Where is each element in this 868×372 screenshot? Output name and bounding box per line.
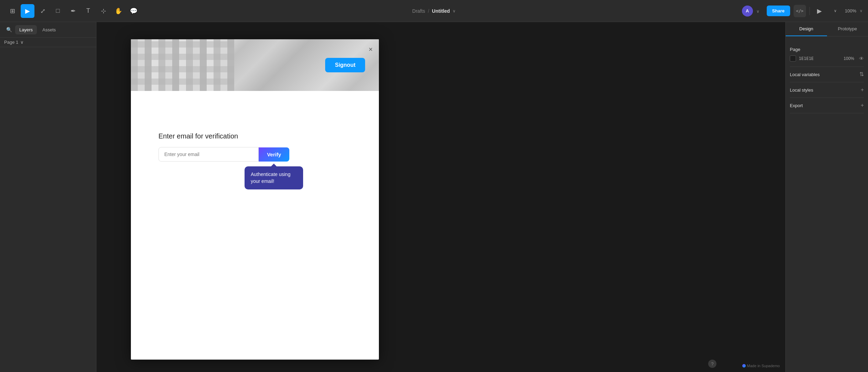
avatar-chevron-icon: ∨ xyxy=(756,9,760,14)
page-section-header: Page xyxy=(790,47,864,52)
zoom-level[interactable]: 100% xyxy=(845,8,856,13)
title-chevron-icon[interactable]: ∨ xyxy=(453,9,456,13)
design-tab[interactable]: Design xyxy=(786,22,827,36)
scale-tool-button[interactable]: ⤢ xyxy=(36,4,50,18)
tooltip-text: Authenticate using your email! xyxy=(251,172,290,184)
export-section: Export + xyxy=(790,98,864,113)
toolbar: ⊞ ▶ ⤢ □ ✒ T ⊹ ✋ 💬 Drafts / Untitled xyxy=(0,0,868,22)
code-icon: </> xyxy=(796,9,804,13)
toolbar-left: ⊞ ▶ ⤢ □ ✒ T ⊹ ✋ 💬 xyxy=(6,4,141,18)
layers-tab[interactable]: Layers xyxy=(15,25,37,34)
play-chevron-icon: ∨ xyxy=(834,9,837,13)
right-panel-content: Page 1E1E1E 100% 👁 Local variables ⇅ xyxy=(786,37,868,119)
signout-button[interactable]: Signout xyxy=(325,58,365,72)
play-chevron-button[interactable]: ∨ xyxy=(829,5,841,17)
local-styles-section: Local styles + xyxy=(790,82,864,98)
select-tool-button[interactable]: ▶ xyxy=(21,4,34,18)
local-variables-label: Local variables xyxy=(790,72,820,77)
select-icon: ▶ xyxy=(25,7,30,15)
avatar[interactable]: A xyxy=(742,6,753,17)
breadcrumb-separator: / xyxy=(428,8,429,14)
prototype-tab[interactable]: Prototype xyxy=(827,22,868,36)
assets-tab[interactable]: Assets xyxy=(38,25,60,34)
left-panel: 🔍 Layers Assets Page 1 ∨ xyxy=(0,22,96,372)
page-section: Page 1E1E1E 100% 👁 xyxy=(790,42,864,67)
hand-tool-button[interactable]: ✋ xyxy=(112,4,125,18)
page-opacity: 100% xyxy=(844,56,854,61)
email-input[interactable] xyxy=(158,147,259,162)
export-add-button[interactable]: + xyxy=(861,103,864,108)
local-variables-section: Local variables ⇅ xyxy=(790,67,864,82)
breadcrumb-text: Drafts / Untitled ∨ xyxy=(412,8,456,14)
header-image xyxy=(131,39,234,91)
export-label: Export xyxy=(790,103,803,108)
breadcrumb-drafts[interactable]: Drafts xyxy=(412,8,425,14)
text-icon: T xyxy=(86,7,90,14)
design-frame: Signout × Enter email for verification V… xyxy=(131,39,379,360)
right-panel: Design Prototype Page 1E1E1E 100% 👁 Loc xyxy=(785,22,868,372)
page-selector[interactable]: Page 1 ∨ xyxy=(0,38,96,47)
local-variables-action-button[interactable]: ⇅ xyxy=(859,72,864,77)
verification-section: Enter email for verification Verify Auth… xyxy=(131,91,379,175)
local-styles-add-button[interactable]: + xyxy=(861,87,864,93)
page-chevron-icon: ∨ xyxy=(20,40,24,45)
visibility-icon[interactable]: 👁 xyxy=(859,56,864,61)
frame-header: Signout × xyxy=(131,39,379,91)
watermark: Made in Supademo xyxy=(742,364,780,368)
search-icon[interactable]: 🔍 xyxy=(4,25,14,34)
local-styles-header: Local styles + xyxy=(790,87,864,93)
page-color-swatch[interactable] xyxy=(790,55,796,62)
pen-tool-button[interactable]: ✒ xyxy=(66,4,80,18)
logo-icon: ⊞ xyxy=(10,7,15,15)
email-verification-row: Verify Authenticate using your email! xyxy=(158,147,289,162)
divider xyxy=(809,7,810,15)
hand-icon: ✋ xyxy=(115,7,122,15)
share-button[interactable]: Share xyxy=(767,6,790,16)
watermark-text: Made in Supademo xyxy=(747,364,780,368)
component-tool-button[interactable]: ⊹ xyxy=(96,4,110,18)
watermark-logo xyxy=(742,364,746,368)
play-icon: ▶ xyxy=(817,7,822,15)
tooltip-bubble: Authenticate using your email! xyxy=(245,166,303,189)
page-color-value: 1E1E1E xyxy=(799,56,814,61)
export-header: Export + xyxy=(790,103,864,108)
text-tool-button[interactable]: T xyxy=(81,4,95,18)
layers-content xyxy=(0,47,96,372)
page-color-row: 1E1E1E 100% 👁 xyxy=(790,55,864,62)
scale-icon: ⤢ xyxy=(40,7,45,15)
local-styles-label: Local styles xyxy=(790,87,813,93)
left-panel-tabs: 🔍 Layers Assets xyxy=(0,22,96,38)
logo-button[interactable]: ⊞ xyxy=(6,4,19,18)
canvas-area: Signout × Enter email for verification V… xyxy=(96,22,785,372)
page-label: Page 1 xyxy=(4,40,18,45)
help-button[interactable]: ? xyxy=(708,360,716,368)
close-button[interactable]: × xyxy=(369,45,373,53)
shape-icon: □ xyxy=(56,7,60,14)
document-title[interactable]: Untitled xyxy=(432,8,450,14)
avatar-chevron: ∨ xyxy=(756,8,763,14)
shape-tool-button[interactable]: □ xyxy=(51,4,65,18)
zoom-chevron-icon: ∨ xyxy=(860,9,862,13)
component-icon: ⊹ xyxy=(101,7,106,15)
toolbar-right: A ∨ Share </> ▶ ∨ 100% ∨ xyxy=(742,5,862,17)
code-button[interactable]: </> xyxy=(794,5,806,17)
verification-title: Enter email for verification xyxy=(158,132,238,140)
verify-button[interactable]: Verify xyxy=(259,147,289,162)
right-panel-tabs: Design Prototype xyxy=(786,22,868,37)
comment-icon: 💬 xyxy=(130,7,137,15)
comment-tool-button[interactable]: 💬 xyxy=(127,4,141,18)
pen-icon: ✒ xyxy=(71,7,76,15)
local-variables-header: Local variables ⇅ xyxy=(790,72,864,77)
play-button[interactable]: ▶ xyxy=(813,5,826,17)
main-area: 🔍 Layers Assets Page 1 ∨ Signout × Enter… xyxy=(0,22,868,372)
page-section-label: Page xyxy=(790,47,800,52)
breadcrumb: Drafts / Untitled ∨ xyxy=(412,8,456,14)
